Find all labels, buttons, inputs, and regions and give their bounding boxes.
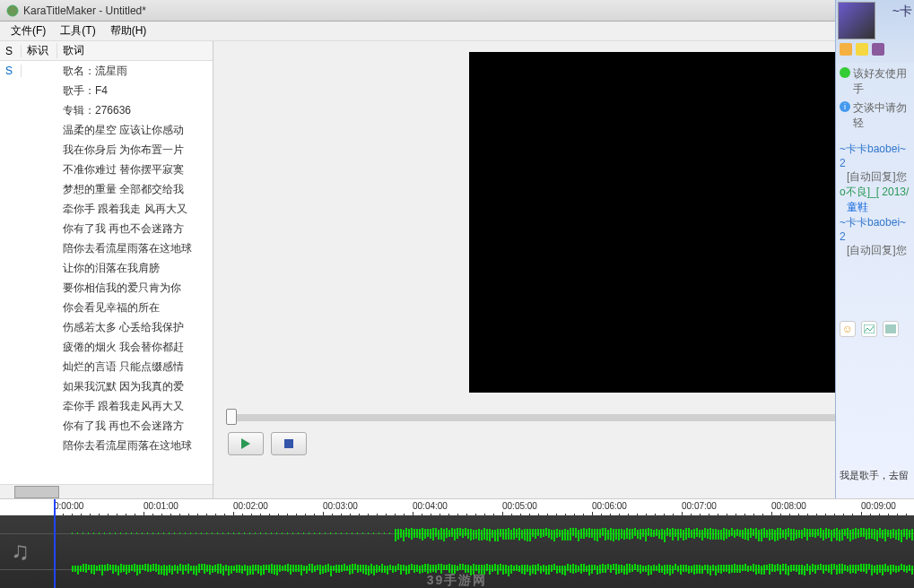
chat-footer-text: 我是歌手，去留 (840, 469, 909, 482)
seek-slider[interactable] (228, 414, 900, 421)
chat-messages: ~卡卡baobei~ 2 [自动回复]您 o不良]_[ 2013/ 童鞋 ~卡卡… (836, 138, 914, 262)
time-label: 00:02:00 (233, 501, 268, 511)
info-icon: i (840, 101, 850, 112)
lyric-row[interactable]: 歌手：F4 (0, 81, 213, 100)
column-mark[interactable]: 标识 (22, 43, 57, 58)
time-label: 00:09:00 (861, 501, 896, 511)
lyric-row[interactable]: 牵你手 跟着我走风再大又 (0, 396, 213, 416)
column-lyric[interactable]: 歌词 (57, 43, 213, 58)
svg-rect-2 (284, 439, 293, 448)
time-label: 00:04:00 (413, 501, 448, 511)
chat-contact-name: ~卡 (892, 4, 912, 20)
time-ruler[interactable]: 0:00:0000:01:0000:02:0000:03:0000:04:000… (0, 499, 914, 515)
star-icon[interactable] (856, 43, 868, 56)
time-label: 00:06:00 (592, 501, 627, 511)
music-note-icon: ♫ (11, 537, 30, 566)
lyrics-list[interactable]: S歌名：流星雨歌手：F4专辑：276636温柔的星空 应该让你感动我在你身后 为… (0, 61, 213, 484)
lyric-row[interactable]: 伤感若太多 心丢给我保护 (0, 317, 213, 337)
waveform[interactable]: ♫ 39手游网 (0, 515, 914, 588)
lyric-row[interactable]: 温柔的星空 应该让你感动 (0, 120, 213, 140)
app-icon (5, 4, 20, 18)
stop-button[interactable] (271, 432, 307, 455)
svg-rect-4 (885, 324, 896, 333)
lyric-row[interactable]: 如果我沉默 因为我真的爱 (0, 376, 213, 396)
image-icon[interactable] (861, 321, 877, 337)
lyric-row[interactable]: 陪你去看流星雨落在这地球 (0, 238, 213, 258)
avatar[interactable] (838, 2, 875, 39)
message-link[interactable]: 童鞋 (840, 200, 910, 215)
lyric-row[interactable]: 专辑：276636 (0, 100, 213, 120)
watermark: 39手游网 (427, 573, 488, 588)
message-sender: ~卡卡baobei~ 2 (840, 215, 910, 243)
seek-thumb[interactable] (226, 409, 237, 425)
info-text: 交谈中请勿轻 (853, 100, 910, 131)
status-text: 该好友使用手 (853, 66, 910, 97)
preview-panel (213, 41, 914, 498)
chat-header: ~卡 (836, 0, 914, 63)
time-label: 00:03:00 (323, 501, 358, 511)
time-label: 00:01:00 (144, 501, 178, 511)
lyric-row[interactable]: 陪你去看流星雨落在这地球 (0, 436, 213, 455)
message-sender: ~卡卡baobei~ 2 (840, 142, 910, 169)
lyrics-panel: S 标识 歌词 S歌名：流星雨歌手：F4专辑：276636温柔的星空 应该让你感… (0, 41, 213, 498)
lyric-row[interactable]: 疲倦的烟火 我会替你都赶 (0, 337, 213, 357)
time-label: 0:00:00 (54, 501, 83, 511)
column-s[interactable]: S (0, 45, 22, 57)
lyric-row[interactable]: 你有了我 再也不会迷路方 (0, 219, 213, 238)
lyric-row[interactable]: 要你相信我的爱只肯为你 (0, 278, 213, 298)
screenshot-icon[interactable] (883, 321, 899, 337)
svg-rect-3 (864, 324, 875, 333)
phone-icon[interactable] (840, 43, 852, 56)
timeline[interactable]: 0:00:0000:01:0000:02:0000:03:0000:04:000… (0, 498, 914, 588)
flag-icon[interactable] (872, 43, 884, 56)
message-body: [自动回复]您 (840, 243, 910, 258)
lyrics-header: S 标识 歌词 (0, 41, 213, 61)
lyric-row[interactable]: 梦想的重量 全部都交给我 (0, 179, 213, 199)
time-label: 00:08:00 (771, 501, 806, 511)
playhead-marker[interactable] (54, 499, 56, 588)
menubar: 文件(F) 工具(T) 帮助(H) (0, 22, 914, 41)
window-title: KaraTitleMaker - Untitled* (23, 4, 146, 17)
svg-point-0 (7, 5, 18, 16)
lyric-row[interactable]: 我在你身后 为你布置一片 (0, 140, 213, 160)
lyric-row[interactable]: 你会看见幸福的所在 (0, 298, 213, 317)
menu-help[interactable]: 帮助(H) (103, 22, 154, 40)
menu-file[interactable]: 文件(F) (4, 22, 53, 40)
menu-tools[interactable]: 工具(T) (53, 22, 102, 40)
window-titlebar: KaraTitleMaker - Untitled* (0, 0, 914, 22)
time-label: 00:05:00 (502, 501, 537, 511)
scrollbar-thumb[interactable] (14, 486, 59, 498)
emoji-icon[interactable]: ☺ (840, 321, 856, 337)
lyric-row[interactable]: 你有了我 再也不会迷路方 (0, 416, 213, 436)
chat-window[interactable]: ~卡 该好友使用手 i交谈中请勿轻 ~卡卡baobei~ 2 [自动回复]您 o… (835, 0, 914, 498)
lyric-row[interactable]: 灿烂的言语 只能点缀感情 (0, 357, 213, 376)
lyric-row[interactable]: 让你的泪落在我肩膀 (0, 258, 213, 278)
time-label: 00:07:00 (682, 501, 717, 511)
lyric-row[interactable]: 牵你手 跟着我走 风再大又 (0, 199, 213, 219)
message-body: [自动回复]您 (840, 169, 910, 185)
lyric-row[interactable]: S歌名：流星雨 (0, 61, 213, 81)
lyric-row[interactable]: 不准你难过 替你摆平寂寞 (0, 160, 213, 179)
horizontal-scrollbar[interactable] (0, 484, 213, 498)
status-online-icon (840, 67, 850, 78)
svg-marker-1 (241, 438, 250, 449)
message-sender: o不良]_[ 2013/ (840, 185, 910, 200)
play-button[interactable] (228, 432, 264, 455)
